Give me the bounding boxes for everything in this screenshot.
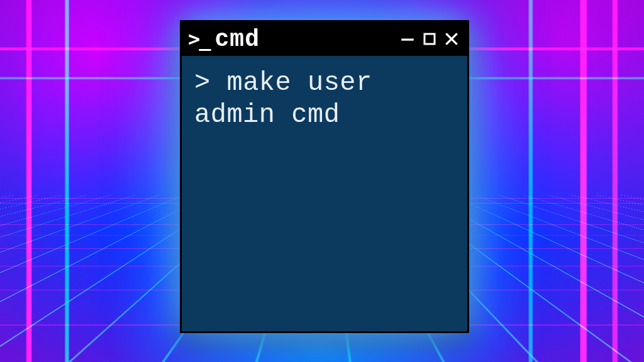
svg-rect-1 xyxy=(425,34,435,44)
window-title: cmd xyxy=(215,26,260,53)
terminal-window: >_ cmd > make user admin cmd xyxy=(180,20,469,333)
window-titlebar[interactable]: >_ cmd xyxy=(182,22,467,56)
maximize-icon[interactable] xyxy=(422,31,437,47)
terminal-body[interactable]: > make user admin cmd xyxy=(182,56,467,331)
prompt-icon: >_ xyxy=(188,29,210,49)
prompt-symbol: > xyxy=(194,68,226,98)
command-line: > make user admin cmd xyxy=(194,67,455,131)
minimize-icon[interactable] xyxy=(399,31,416,47)
close-icon[interactable] xyxy=(443,31,460,47)
window-controls xyxy=(399,31,460,47)
